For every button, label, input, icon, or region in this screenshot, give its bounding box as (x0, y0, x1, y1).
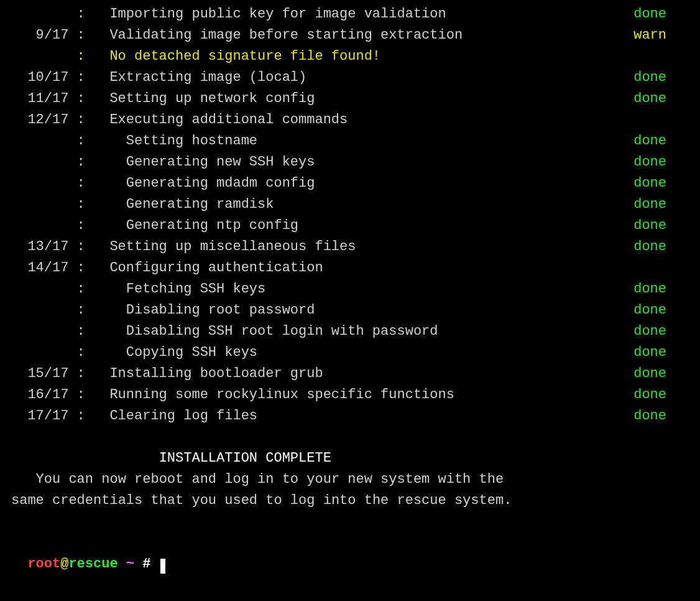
colon: : (68, 131, 93, 152)
step-number: 15/17 (11, 363, 68, 384)
colon: : (68, 109, 93, 131)
colon: : (68, 321, 93, 342)
log-line: 10/17: Extracting image (local)done (11, 67, 689, 88)
log-message: Setting up miscellaneous files (93, 236, 356, 258)
log-message: Generating ramdisk (93, 194, 274, 215)
colon: : (68, 46, 93, 67)
log-message: Executing additional commands (93, 109, 348, 131)
status-badge: done (633, 300, 689, 321)
log-message: Disabling SSH root login with password (93, 321, 438, 342)
step-number (11, 131, 68, 152)
colon: : (68, 279, 93, 300)
log-line: 13/17: Setting up miscellaneous filesdon… (11, 236, 689, 258)
log-line: 11/17: Setting up network configdone (11, 88, 689, 109)
shell-prompt[interactable]: root@rescue ~ # (11, 533, 689, 575)
step-number: 16/17 (11, 384, 68, 406)
log-message: No detached signature file found! (93, 46, 380, 67)
status-badge: done (633, 4, 689, 25)
status-badge: warn (633, 25, 689, 46)
log-line: : Setting hostnamedone (11, 131, 689, 152)
colon: : (68, 236, 93, 258)
step-number: 17/17 (11, 406, 68, 427)
colon: : (68, 300, 93, 321)
colon: : (68, 88, 93, 109)
step-number (11, 321, 68, 342)
step-number (11, 4, 68, 25)
log-line: 12/17: Executing additional commands (11, 109, 689, 131)
log-line: 17/17: Clearing log filesdone (11, 406, 689, 427)
step-number (11, 300, 68, 321)
status-badge: done (633, 406, 689, 427)
colon: : (68, 4, 93, 25)
step-number (11, 152, 68, 173)
prompt-trail (150, 556, 159, 572)
log-line: : Generating mdadm configdone (11, 173, 689, 194)
log-message: Generating mdadm config (93, 173, 315, 194)
colon: : (68, 342, 93, 363)
prompt-at: @ (60, 556, 68, 572)
log-message: Installing bootloader grub (93, 363, 323, 384)
log-line: : Disabling SSH root login with password… (11, 321, 689, 342)
step-number (11, 46, 68, 67)
log-line: : Importing public key for image validat… (11, 4, 689, 25)
status-badge: done (633, 152, 689, 173)
completion-block: INSTALLATION COMPLETE You can now reboot… (11, 448, 689, 511)
cursor-icon (160, 559, 165, 574)
step-number (11, 279, 68, 300)
status-badge: done (633, 279, 689, 300)
log-message: Disabling root password (93, 300, 315, 321)
step-number: 13/17 (11, 236, 68, 258)
completion-title: INSTALLATION COMPLETE (11, 448, 689, 469)
step-number (11, 194, 68, 215)
status-badge: done (633, 342, 689, 363)
log-line: 14/17: Configuring authentication (11, 258, 689, 279)
colon: : (68, 67, 93, 88)
log-line: : Copying SSH keysdone (11, 342, 689, 363)
log-line: : No detached signature file found! (11, 46, 689, 67)
status-badge (666, 258, 689, 279)
step-number: 11/17 (11, 88, 68, 109)
completion-line-1: You can now reboot and log in to your ne… (11, 469, 689, 490)
colon: : (68, 258, 93, 279)
log-message: Fetching SSH keys (93, 279, 265, 300)
log-message: Extracting image (local) (93, 67, 306, 88)
prompt-hash: # (142, 556, 150, 572)
colon: : (68, 384, 93, 406)
log-line: : Generating ntp configdone (11, 215, 689, 236)
prompt-path: ~ (126, 556, 134, 572)
step-number (11, 173, 68, 194)
log-message: Generating new SSH keys (93, 152, 315, 173)
log-line: : Generating ramdiskdone (11, 194, 689, 215)
step-number: 14/17 (11, 258, 68, 279)
log-line: : Disabling root passworddone (11, 300, 689, 321)
install-log: : Importing public key for image validat… (11, 4, 689, 427)
status-badge: done (633, 194, 689, 215)
prompt-host: rescue (68, 556, 117, 572)
prompt-sep (118, 556, 126, 572)
status-badge: done (633, 215, 689, 236)
log-message: Clearing log files (93, 406, 257, 427)
colon: : (68, 215, 93, 236)
status-badge: done (633, 384, 689, 406)
colon: : (68, 25, 93, 46)
log-line: 16/17: Running some rockylinux specific … (11, 384, 689, 406)
status-badge: done (633, 131, 689, 152)
log-message: Importing public key for image validatio… (93, 4, 446, 25)
prompt-sep2 (134, 556, 142, 572)
log-message: Generating ntp config (93, 215, 298, 236)
log-line: : Generating new SSH keysdone (11, 152, 689, 173)
step-number (11, 215, 68, 236)
status-badge (666, 46, 689, 67)
step-number (11, 342, 68, 363)
status-badge: done (633, 67, 689, 88)
colon: : (68, 363, 93, 384)
colon: : (68, 173, 93, 194)
log-line: 9/17: Validating image before starting e… (11, 25, 689, 46)
log-message: Validating image before starting extract… (93, 25, 463, 46)
colon: : (68, 194, 93, 215)
log-line: : Fetching SSH keysdone (11, 279, 689, 300)
status-badge (666, 109, 689, 131)
log-message: Setting hostname (93, 131, 257, 152)
step-number: 10/17 (11, 67, 68, 88)
status-badge: done (633, 88, 689, 109)
